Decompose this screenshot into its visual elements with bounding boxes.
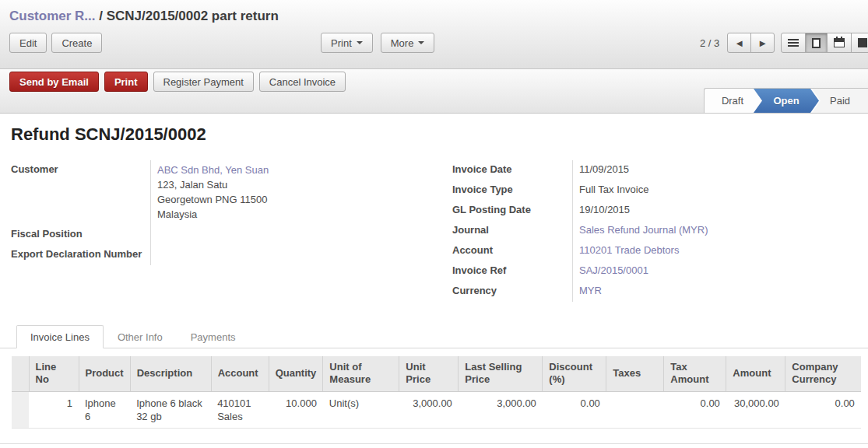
fiscal-position-label: Fiscal Position <box>11 225 150 245</box>
status-bar: DraftOpenPaid <box>704 88 868 113</box>
column-header: Line No <box>29 356 79 391</box>
more-dropdown-label: More <box>391 37 414 49</box>
field-value: Full Tax Invoice <box>572 180 857 201</box>
view-switcher <box>781 33 868 53</box>
pager-arrows: ◄ ► <box>727 33 775 53</box>
cell-line-no: 1 <box>29 391 79 428</box>
address-line: 123, Jalan Satu <box>157 177 451 192</box>
address-line: Malaysia <box>157 207 451 222</box>
arrow-right-icon: ► <box>757 38 768 48</box>
breadcrumb-current: SCNJ/2015/0002 part return <box>107 9 279 23</box>
fiscal-position-value <box>150 225 451 245</box>
customer-link[interactable]: ABC Sdn Bhd, Yen Suan <box>157 163 451 177</box>
cell-last-selling-price: 3,000.00 <box>459 391 543 428</box>
form-sheet: Refund SCNJ/2015/0002 Customer ABC Sdn B… <box>0 114 868 429</box>
field-label: Invoice Date <box>452 160 572 180</box>
print-dropdown-label: Print <box>331 37 352 49</box>
field-label: Invoice Type <box>452 180 572 201</box>
graph-view-icon <box>858 38 867 47</box>
status-step-paid: Paid <box>812 89 868 113</box>
center-buttons: Print More <box>55 33 700 53</box>
top-header-band: Customer R... / SCNJ/2015/0002 part retu… <box>0 0 868 69</box>
field-label: Journal <box>452 221 572 241</box>
send-by-email-button[interactable]: Send by Email <box>9 72 99 92</box>
cell-account: 410101 Sales <box>211 391 269 428</box>
right-field-group: Invoice Date11/09/2015Invoice TypeFull T… <box>452 160 857 302</box>
print-action-button[interactable]: Print <box>104 72 148 92</box>
breadcrumb-separator: / <box>96 9 107 23</box>
pager-counter: 2 / 3 <box>700 37 719 49</box>
column-header: Unit Price <box>399 356 459 391</box>
column-header: Last Selling Price <box>459 356 543 391</box>
pager-previous-button[interactable]: ◄ <box>727 33 751 53</box>
cell-product: Iphone 6 <box>79 391 130 428</box>
cell-tax-amount: 0.00 <box>664 391 726 428</box>
page-title: Refund SCNJ/2015/0002 <box>11 124 868 145</box>
customer-value: ABC Sdn Bhd, Yen Suan 123, Jalan SatuGeo… <box>150 160 451 225</box>
more-dropdown-button[interactable]: More <box>381 33 435 53</box>
column-header: Unit of Measure <box>323 356 399 391</box>
field-label: Currency <box>452 282 572 302</box>
list-view-button[interactable] <box>781 33 806 53</box>
left-field-group: Customer ABC Sdn Bhd, Yen Suan 123, Jala… <box>11 160 451 302</box>
pager-next-button[interactable]: ► <box>750 33 775 53</box>
chevron-down-icon <box>418 41 424 44</box>
cell-taxes <box>606 391 664 428</box>
tab-other-info[interactable]: Other Info <box>104 325 177 348</box>
column-header <box>12 356 29 391</box>
form-view-button[interactable] <box>805 33 828 53</box>
field-value[interactable]: Sales Refund Journal (MYR) <box>572 221 857 241</box>
column-header: Amount <box>726 356 785 391</box>
tab-invoice-lines[interactable]: Invoice Lines <box>16 325 104 348</box>
column-header: Discount (%) <box>543 356 606 391</box>
invoice-line-row[interactable]: 1Iphone 6Iphone 6 black 32 gb410101 Sale… <box>12 391 861 428</box>
invoice-lines-table: Line NoProductDescriptionAccountQuantity… <box>12 356 861 429</box>
calendar-view-button[interactable] <box>827 33 852 53</box>
tab-payments[interactable]: Payments <box>177 325 250 348</box>
invoice-refund-screen: Customer R... / SCNJ/2015/0002 part retu… <box>0 0 868 448</box>
cell-unit-price: 3,000.00 <box>399 391 459 428</box>
field-label: Invoice Ref <box>452 261 572 282</box>
cell-company-currency: 0.00 <box>785 391 861 428</box>
sheet-bottom-divider <box>0 443 868 444</box>
notebook-tabs: Invoice LinesOther InfoPayments <box>0 325 868 348</box>
field-label: Account <box>452 241 572 261</box>
column-header: Quantity <box>269 356 323 391</box>
action-band: Send by Email Print Register Payment Can… <box>0 69 868 114</box>
graph-view-button[interactable] <box>851 33 868 53</box>
address-line: Georgetown PNG 11500 <box>157 192 451 207</box>
field-value[interactable]: SAJ/2015/0001 <box>572 261 857 282</box>
chevron-down-icon <box>357 41 363 44</box>
status-step-open: Open <box>754 89 819 113</box>
table-header-row: Line NoProductDescriptionAccountQuantity… <box>12 356 861 391</box>
field-value: 11/09/2015 <box>572 160 857 180</box>
customer-label: Customer <box>11 160 150 225</box>
form-view-icon <box>812 38 821 48</box>
print-dropdown-button[interactable]: Print <box>321 33 373 53</box>
field-value: 19/10/2015 <box>572 201 857 221</box>
breadcrumb: Customer R... / SCNJ/2015/0002 part retu… <box>9 0 859 24</box>
export-declaration-value <box>150 245 451 265</box>
field-label: GL Posting Date <box>452 201 572 221</box>
table-body: 1Iphone 6Iphone 6 black 32 gb410101 Sale… <box>12 391 861 428</box>
status-step-draft: Draft <box>705 89 761 113</box>
calendar-view-icon <box>834 38 845 47</box>
export-declaration-label: Export Declaration Number <box>11 245 150 265</box>
cancel-invoice-button[interactable]: Cancel Invoice <box>259 72 346 92</box>
cell-discount-: 0.00 <box>543 391 606 428</box>
cell-quantity: 10.000 <box>269 391 323 428</box>
column-header: Product <box>79 356 130 391</box>
cell-unit-of-measure: Unit(s) <box>323 391 399 428</box>
cell-handle <box>12 391 29 428</box>
edit-button[interactable]: Edit <box>9 33 47 53</box>
field-value[interactable]: MYR <box>572 282 857 302</box>
arrow-left-icon: ◄ <box>734 38 744 48</box>
cell-description: Iphone 6 black 32 gb <box>130 391 211 428</box>
list-view-icon <box>788 39 799 47</box>
breadcrumb-parent[interactable]: Customer R... <box>9 9 96 23</box>
column-header: Company Currency <box>785 356 861 391</box>
field-value[interactable]: 110201 Trade Debtors <box>572 241 857 261</box>
column-header: Taxes <box>606 356 664 391</box>
cell-amount: 30,000.00 <box>726 391 785 428</box>
register-payment-button[interactable]: Register Payment <box>153 72 254 92</box>
